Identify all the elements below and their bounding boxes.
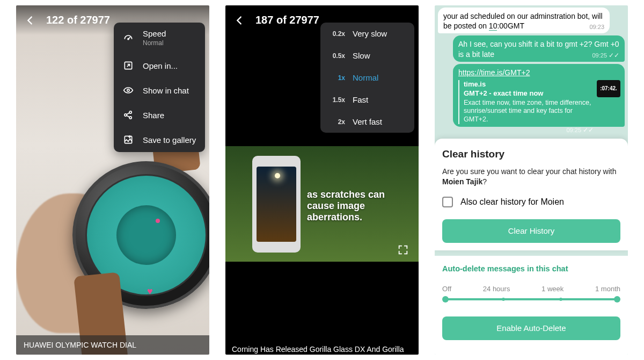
menu-share[interactable]: Share [114,103,205,127]
slider-tick-24h[interactable] [502,298,505,301]
save-image-icon [122,134,134,146]
speed-very-slow[interactable]: 0.2x Very slow [320,23,414,45]
menu-show-in-chat-label: Show in chat [143,86,189,95]
message-url[interactable]: https://time.is/GMT+2 [458,68,530,77]
auto-delete-section: Auto-delete messages in this chat Off 24… [435,256,628,355]
link-preview[interactable]: time.is GMT+2 - exact time now Exact tim… [458,80,594,124]
outgoing-message-2[interactable]: https://time.is/GMT+2 time.is GMT+2 - ex… [453,64,625,127]
slider-tick-off[interactable] [442,296,449,303]
menu-open-in[interactable]: Open in... [114,53,205,78]
menu-share-label: Share [143,111,164,120]
media-options-menu: Speed Normal Open in... Show in chat Sha… [114,23,205,152]
chat-area: your ad scheduled on our adminstration b… [435,5,628,139]
auto-delete-title: Auto-delete messages in this chat [442,264,620,273]
menu-save-to-gallery[interactable]: Save to gallery [114,127,205,152]
msg-time: 09:23 [589,23,604,31]
share-icon [122,109,134,121]
media-counter: 122 of 27977 [46,14,110,26]
media-counter-2: 187 of 27977 [255,14,319,26]
video-controls [225,236,419,263]
media-caption-2: Corning Has Released Gorilla Glass DX An… [225,345,419,355]
menu-save-label: Save to gallery [143,135,196,145]
menu-speed[interactable]: Speed Normal [114,23,205,53]
msg-time: 09:25✓✓ [566,126,594,135]
chat-panel: your ad scheduled on our adminstration b… [435,5,628,355]
speed-very-fast[interactable]: 2x Vert fast [320,111,414,133]
also-clear-checkbox-row[interactable]: Also clear history for Moien [442,197,620,207]
clear-history-sheet: Clear history Are you sure you want to c… [435,139,628,250]
svg-point-2 [127,89,129,91]
speedometer-icon [122,32,134,44]
slider-labels: Off 24 hours 1 week 1 month [442,285,620,293]
checkbox-icon[interactable] [442,197,453,207]
speed-normal[interactable]: 1x Normal [320,67,414,89]
auto-delete-slider[interactable] [444,298,618,300]
speed-fast[interactable]: 1.5x Fast [320,89,414,111]
eye-icon [122,84,134,96]
menu-speed-sub: Normal [143,39,166,47]
video-overlay-text: as scratches can cause image aberrations… [307,189,409,223]
slider-tick-1m[interactable] [614,296,620,303]
link-thumbnail: :07:42. [597,80,620,97]
menu-show-in-chat[interactable]: Show in chat [114,78,205,103]
speed-menu: 0.2x Very slow 0.5x Slow 1x Normal 1.5x … [320,23,414,133]
media-viewer-panel-2: 187 of 27977 0.2x Very slow 0.5x Slow 1x… [225,5,419,355]
media-viewer-panel-1: ♥ 122 of 27977 Speed Normal Open in... [16,5,209,355]
speed-slow[interactable]: 0.5x Slow [320,45,414,67]
back-icon[interactable] [233,14,246,27]
menu-speed-label: Speed [143,29,166,38]
svg-point-0 [128,38,129,39]
sheet-title: Clear history [442,148,620,160]
incoming-message[interactable]: your ad scheduled on our adminstration b… [438,8,610,33]
open-in-icon [122,60,134,71]
msg-time: 09:25✓✓ [592,52,619,60]
read-ticks-icon: ✓✓ [609,52,619,59]
clear-history-button[interactable]: Clear History [442,219,620,243]
sheet-prompt: Are you sure you want to clear your chat… [442,167,620,187]
checkbox-label: Also clear history for Moien [460,197,564,207]
fullscreen-icon[interactable] [397,244,409,256]
slider-tick-1w[interactable] [559,298,562,301]
enable-auto-delete-button[interactable]: Enable Auto-Delete [442,316,620,340]
menu-open-in-label: Open in... [143,61,178,70]
outgoing-message-1[interactable]: Ah I see, can you shift it a bit to gmt … [453,35,625,61]
media-caption: HUAWEI OLYMPIC WATCH DIAL [16,335,209,355]
read-ticks-icon: ✓✓ [583,126,594,134]
back-icon[interactable] [24,14,36,27]
